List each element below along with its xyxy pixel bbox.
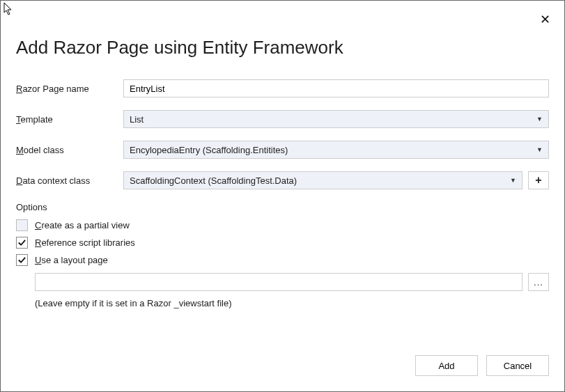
template-value: List (130, 114, 532, 125)
template-combo[interactable]: List ▼ (123, 110, 549, 128)
data-context-combo[interactable]: ScaffoldingContext (ScaffoldingTest.Data… (123, 171, 523, 189)
options-section: Options Create as a partial view Referen… (16, 202, 549, 308)
check-icon (17, 238, 26, 247)
create-partial-label: Create as a partial view (35, 220, 130, 230)
plus-icon: + (535, 174, 541, 187)
dialog-container: ✕ Add Razor Page using Entity Framework … (1, 1, 564, 391)
razor-page-name-label: Razor Page name (16, 84, 123, 94)
model-class-label: Model class (16, 145, 123, 155)
ellipsis-icon: ... (534, 277, 543, 288)
reference-scripts-label: Reference script libraries (35, 237, 135, 248)
reference-scripts-checkbox[interactable] (16, 237, 28, 249)
template-label: Template (16, 114, 123, 125)
model-class-value: EncylopediaEntry (Scaffolding.Entitites) (130, 145, 532, 155)
create-partial-row: Create as a partial view (16, 219, 549, 231)
use-layout-checkbox[interactable] (16, 254, 28, 266)
chevron-down-icon: ▼ (536, 116, 543, 123)
create-partial-checkbox[interactable] (16, 219, 28, 231)
razor-page-name-input[interactable] (123, 79, 549, 97)
form-grid: Razor Page name Template List ▼ Model cl… (16, 79, 549, 189)
data-context-value: ScaffoldingContext (ScaffoldingTest.Data… (130, 175, 506, 186)
cancel-button[interactable]: Cancel (486, 355, 549, 376)
model-class-combo[interactable]: EncylopediaEntry (Scaffolding.Entitites)… (123, 141, 549, 159)
options-heading: Options (16, 202, 549, 212)
dialog-buttons: Add Cancel (16, 341, 549, 376)
use-layout-label: Use a layout page (35, 255, 108, 265)
chevron-down-icon: ▼ (536, 146, 543, 153)
close-button[interactable]: ✕ (540, 13, 550, 26)
layout-hint: (Leave empty if it is set in a Razor _vi… (35, 298, 549, 308)
data-context-label: Data context class (16, 175, 123, 186)
browse-layout-button[interactable]: ... (528, 273, 549, 291)
layout-path-input[interactable] (35, 273, 523, 291)
chevron-down-icon: ▼ (510, 177, 516, 184)
add-button[interactable]: Add (415, 355, 478, 376)
layout-path-row: ... (35, 273, 549, 291)
use-layout-row: Use a layout page (16, 254, 549, 266)
dialog-title: Add Razor Page using Entity Framework (16, 37, 549, 58)
check-icon (17, 256, 26, 265)
add-data-context-button[interactable]: + (528, 171, 549, 189)
reference-scripts-row: Reference script libraries (16, 237, 549, 249)
